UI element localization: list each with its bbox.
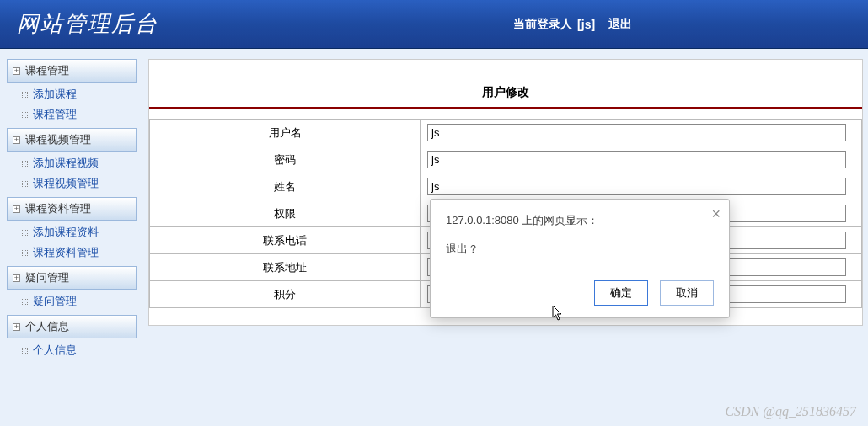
menu-header-question[interactable]: +疑问管理 [7, 266, 137, 290]
field-label: 权限 [150, 200, 421, 227]
menu-header-label: 课程管理 [25, 63, 69, 78]
cancel-button[interactable]: 取消 [660, 280, 714, 306]
menu-header-profile[interactable]: +个人信息 [7, 315, 137, 338]
panel-title: 用户修改 [149, 60, 862, 107]
dot-icon [22, 230, 28, 236]
menu-item-label: 课程管理 [33, 107, 77, 122]
field-label: 姓名 [150, 173, 421, 200]
field-label: 积分 [150, 281, 421, 308]
watermark: CSDN @qq_251836457 [725, 404, 856, 419]
dot-icon [22, 348, 28, 354]
menu-item-question-manage[interactable]: 疑问管理 [7, 291, 137, 312]
table-row: 用户名 [150, 120, 862, 146]
user-label: [js] [577, 18, 595, 31]
dot-icon [22, 181, 28, 187]
field-label: 联系电话 [150, 227, 421, 254]
ok-button[interactable]: 确定 [594, 280, 648, 306]
plus-icon: + [13, 323, 20, 331]
dot-icon [22, 161, 28, 167]
sidebar: +课程管理 添加课程 课程管理 +课程视频管理 添加课程视频 课程视频管理 +课… [0, 49, 143, 426]
field-label: 用户名 [150, 120, 421, 146]
menu-item-video-manage[interactable]: 课程视频管理 [7, 173, 137, 194]
field-label: 联系地址 [150, 254, 421, 281]
header-right: 当前登录人 [js] 退出 [513, 17, 632, 32]
menu-header-label: 疑问管理 [25, 270, 69, 285]
menu-item-label: 添加课程资料 [33, 225, 99, 240]
menu-item-label: 个人信息 [33, 343, 77, 358]
menu-item-add-video[interactable]: 添加课程视频 [7, 153, 137, 173]
menu-header-course[interactable]: +课程管理 [7, 59, 137, 83]
menu-header-video[interactable]: +课程视频管理 [7, 128, 137, 152]
menu-item-label: 添加课程视频 [33, 156, 99, 171]
dialog-message: 退出？ [446, 242, 714, 257]
username-input[interactable] [427, 124, 846, 141]
password-input[interactable] [427, 151, 846, 168]
menu-header-label: 个人信息 [25, 319, 69, 334]
logout-link[interactable]: 退出 [608, 17, 632, 32]
dot-icon [22, 92, 28, 98]
menu-header-label: 课程视频管理 [25, 132, 91, 147]
app-title: 网站管理后台 [17, 9, 158, 39]
menu-item-label: 课程视频管理 [33, 176, 99, 191]
field-label: 密码 [150, 146, 421, 173]
table-row: 密码 [150, 146, 862, 173]
menu-item-add-course[interactable]: 添加课程 [7, 84, 137, 104]
menu-item-label: 课程资料管理 [33, 245, 99, 260]
dialog-title: 127.0.0.1:8080 上的网页显示： [446, 213, 714, 228]
plus-icon: + [13, 67, 20, 75]
plus-icon: + [13, 136, 20, 144]
plus-icon: + [13, 205, 20, 213]
login-label: 当前登录人 [513, 17, 572, 32]
name-input[interactable] [427, 178, 846, 195]
menu-item-profile[interactable]: 个人信息 [7, 340, 137, 360]
menu-item-material-manage[interactable]: 课程资料管理 [7, 242, 137, 263]
panel-divider [149, 107, 862, 109]
app-header: 网站管理后台 当前登录人 [js] 退出 [0, 0, 868, 49]
menu-item-label: 添加课程 [33, 87, 77, 102]
confirm-dialog: × 127.0.0.1:8080 上的网页显示： 退出？ 确定 取消 [430, 199, 730, 318]
menu-header-material[interactable]: +课程资料管理 [7, 197, 137, 221]
plus-icon: + [13, 274, 20, 282]
dot-icon [22, 299, 28, 305]
dot-icon [22, 250, 28, 256]
menu-item-course-manage[interactable]: 课程管理 [7, 104, 137, 125]
table-row: 姓名 [150, 173, 862, 200]
menu-header-label: 课程资料管理 [25, 201, 91, 216]
close-icon[interactable]: × [711, 206, 721, 221]
dot-icon [22, 112, 28, 118]
menu-item-label: 疑问管理 [33, 294, 77, 309]
menu-item-add-material[interactable]: 添加课程资料 [7, 222, 137, 242]
